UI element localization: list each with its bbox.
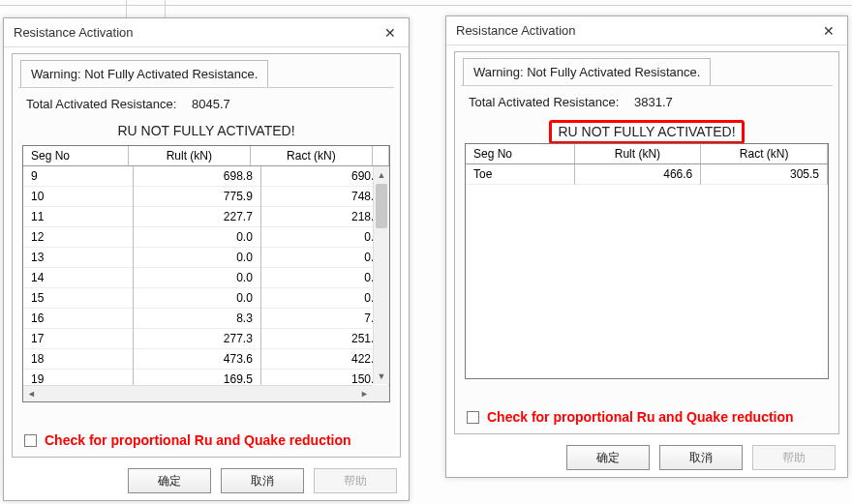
resistance-table: Seg No Rult (kN) Ract (kN) 9698.8690.710… — [22, 145, 390, 402]
cell-seg: 16 — [23, 309, 133, 329]
close-icon[interactable]: ✕ — [380, 22, 401, 44]
cell-rult: 0.0 — [133, 288, 260, 309]
ru-alert-text: RU NOT FULLY ACTIVATED! — [549, 120, 744, 144]
scroll-down-icon[interactable]: ▼ — [374, 368, 389, 384]
cell-seg: 9 — [23, 166, 133, 187]
button-bar: 确定 取消 帮助 — [4, 461, 409, 500]
cell-rult: 775.9 — [133, 187, 260, 207]
cell-seg: 15 — [23, 288, 133, 309]
col-rult-header[interactable]: Rult (kN) — [128, 146, 250, 166]
button-bar: 确定 取消 帮助 — [446, 438, 847, 477]
ok-button[interactable]: 确定 — [566, 445, 650, 470]
total-activated-label: Total Activated Resistance: — [469, 95, 619, 109]
help-button: 帮助 — [752, 445, 836, 470]
col-rult-header[interactable]: Rult (kN) — [574, 144, 701, 164]
cell-rult: 8.3 — [133, 309, 260, 329]
warning-box: Warning: Not Fully Activated Resistance. — [463, 58, 711, 85]
cell-ract: 0.0 — [260, 268, 388, 288]
scroll-thumb[interactable] — [376, 184, 387, 228]
table-row[interactable]: Toe466.6305.5 — [466, 164, 828, 185]
cell-seg: 17 — [23, 329, 133, 349]
cell-seg: Toe — [466, 164, 574, 185]
cell-ract: 0.0 — [260, 248, 388, 268]
cell-rult: 0.0 — [133, 268, 260, 288]
cell-rult: 277.3 — [133, 329, 260, 349]
col-ract-header[interactable]: Ract (kN) — [250, 146, 372, 166]
horizontal-scrollbar[interactable]: ◄ ► — [23, 385, 373, 401]
cell-ract: 690.7 — [260, 166, 388, 187]
ok-button[interactable]: 确定 — [128, 468, 211, 493]
ru-alert: RU NOT FULLY ACTIVATED! — [455, 120, 838, 144]
table-row[interactable]: 150.00.0 — [23, 288, 389, 309]
table-row[interactable]: 11227.7218.3 — [23, 207, 389, 227]
col-scroll-spacer — [373, 146, 389, 166]
ru-alert: RU NOT FULLY ACTIVATED! — [13, 122, 400, 140]
vertical-scrollbar[interactable]: ▲ ▼ — [373, 166, 389, 384]
cell-seg: 18 — [23, 349, 133, 370]
window-title: Resistance Activation — [14, 25, 134, 40]
scroll-left-icon[interactable]: ◄ — [23, 386, 40, 402]
cell-seg: 13 — [23, 248, 133, 268]
scroll-corner — [373, 385, 389, 401]
cell-seg: 12 — [23, 227, 133, 248]
cell-ract: 7.7 — [260, 309, 388, 329]
total-activated-value: 8045.7 — [192, 97, 230, 111]
col-ract-header[interactable]: Ract (kN) — [701, 144, 828, 164]
table-row[interactable]: 120.00.0 — [23, 227, 389, 248]
table-row[interactable]: 10775.9748.6 — [23, 187, 389, 207]
cell-ract: 0.0 — [260, 227, 388, 248]
proportional-ru-checkbox[interactable] — [467, 411, 479, 424]
dialog-body: Warning: Not Fully Activated Resistance.… — [12, 53, 401, 458]
resistance-activation-dialog-right: Resistance Activation ✕ Warning: Not Ful… — [445, 15, 848, 478]
dialog-body: Warning: Not Fully Activated Resistance.… — [454, 51, 839, 434]
col-seg-header[interactable]: Seg No — [466, 144, 574, 164]
total-activated-label: Total Activated Resistance: — [26, 97, 176, 111]
proportional-ru-label: Check for proportional Ru and Quake redu… — [45, 432, 351, 450]
help-button: 帮助 — [314, 468, 397, 493]
resistance-activation-dialog-left: Resistance Activation ✕ Warning: Not Ful… — [3, 17, 410, 501]
total-activated-row: Total Activated Resistance: 3831.7 — [469, 95, 673, 109]
cell-seg: 14 — [23, 268, 133, 288]
proportional-ru-checkbox[interactable] — [24, 434, 37, 447]
cell-ract: 422.9 — [260, 349, 388, 370]
cell-ract: 748.6 — [260, 187, 388, 207]
titlebar[interactable]: Resistance Activation ✕ — [446, 16, 847, 45]
cell-rult: 466.6 — [574, 164, 701, 185]
resistance-table: Seg No Rult (kN) Ract (kN) Toe466.6305.5 — [465, 143, 829, 379]
checkbox-row: Check for proportional Ru and Quake redu… — [24, 432, 388, 450]
scroll-up-icon[interactable]: ▲ — [374, 166, 389, 183]
cell-ract: 305.5 — [701, 164, 828, 185]
warning-box: Warning: Not Fully Activated Resistance. — [20, 60, 268, 87]
table-row[interactable]: 9698.8690.7 — [23, 166, 389, 187]
proportional-ru-label: Check for proportional Ru and Quake redu… — [487, 409, 794, 427]
cell-rult: 473.6 — [133, 349, 260, 370]
table-header-row: Seg No Rult (kN) Ract (kN) — [466, 144, 828, 164]
total-activated-value: 3831.7 — [634, 95, 673, 109]
table-row[interactable]: 18473.6422.9 — [23, 349, 389, 370]
window-title: Resistance Activation — [456, 23, 576, 38]
cell-ract: 218.3 — [260, 207, 388, 227]
cell-rult: 227.7 — [133, 207, 260, 227]
table-row[interactable]: 168.37.7 — [23, 309, 389, 329]
table-row[interactable]: 140.00.0 — [23, 268, 389, 288]
scroll-right-icon[interactable]: ► — [356, 386, 373, 402]
cancel-button[interactable]: 取消 — [659, 445, 743, 470]
cell-rult: 698.8 — [133, 166, 260, 187]
table-row[interactable]: 17277.3251.8 — [23, 329, 389, 349]
ru-alert-text: RU NOT FULLY ACTIVATED! — [111, 122, 300, 140]
cell-seg: 11 — [23, 207, 133, 227]
total-activated-row: Total Activated Resistance: 8045.7 — [26, 97, 230, 111]
col-seg-header[interactable]: Seg No — [23, 146, 128, 166]
checkbox-row: Check for proportional Ru and Quake redu… — [467, 409, 827, 427]
cell-ract: 251.8 — [260, 329, 388, 349]
cell-rult: 0.0 — [133, 227, 260, 248]
cell-ract: 0.0 — [260, 288, 388, 309]
cell-seg: 10 — [23, 187, 133, 207]
table-row[interactable]: 130.00.0 — [23, 248, 389, 268]
cell-rult: 0.0 — [133, 248, 260, 268]
table-header-row: Seg No Rult (kN) Ract (kN) — [23, 146, 389, 166]
cancel-button[interactable]: 取消 — [221, 468, 304, 493]
close-icon[interactable]: ✕ — [818, 20, 839, 42]
titlebar[interactable]: Resistance Activation ✕ — [4, 18, 409, 47]
